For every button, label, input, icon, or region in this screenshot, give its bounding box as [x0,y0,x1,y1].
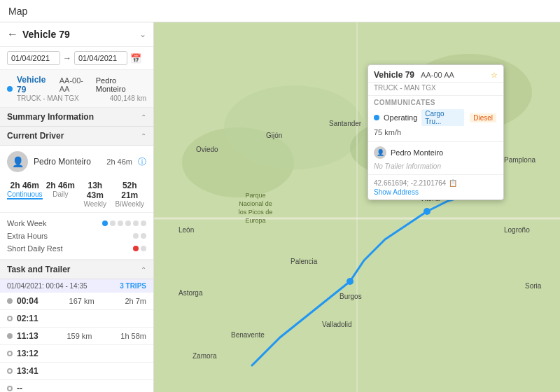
svg-text:Palencia: Palencia [290,258,318,265]
svg-text:Soria: Soria [525,282,542,290]
popup-coords: 42.661694; -2.2101764 📋 [368,177,503,188]
task-trailer-header[interactable]: Task and Trailer ⌃ [0,260,153,279]
svg-text:Zamora: Zamora [192,352,217,360]
trip-dur: 2h 7m [125,297,146,305]
trip-item-1: 02:11 [0,310,153,328]
driver-time: 2h 46m [106,158,132,166]
driver-avatar: 👤 [7,151,28,172]
svg-text:Logroño: Logroño [504,226,530,234]
popup-vehicle-type: TRUCK - MAN TGX [368,83,503,96]
popup-coords-text: 42.661694; -2.2101764 [374,179,446,187]
popup-status-row: Operating Cargo Tru... Diesel [368,108,503,127]
trip-item-5: -- [0,380,153,392]
toggles-section: Work Week Extra Hours [0,213,153,260]
summary-section-header[interactable]: Summary Information ⌃ [0,108,153,127]
task-trailer-label: Task and Trailer [7,265,71,274]
time-weekly: 13h 43m Weekly [78,181,111,208]
trip-dot-icon [7,386,13,391]
popup-driver-name: Pedro Monteiro [391,148,443,157]
task-date-label: 01/04/2021: 00:04 - 14:35 [7,282,88,290]
task-trailer-chevron-icon: ⌃ [141,266,146,274]
driver-info-icon[interactable]: ⓘ [138,156,146,168]
current-driver-section: Current Driver ⌃ 👤 Pedro Monteiro 2h 46m… [0,127,153,260]
dot2 [141,233,146,239]
date-arrow-icon: → [63,53,71,63]
trip-time: 13:41 [17,366,38,376]
trip-time: 02:11 [17,314,38,323]
map-area[interactable]: Oviedo Gijón Santander Bilbao Vitoria Pa… [154,22,560,392]
toggle-work-week: Work Week [7,217,146,230]
svg-point-9 [424,208,430,215]
main-area: ← Vehicle 79 ⌄ → 📅 Vehicle 79 AA-00-AA [0,22,560,392]
trip-item-0: 00:04 167 km 2h 7m [0,293,153,310]
svg-point-3 [224,85,364,169]
trip-dot-icon [7,298,13,304]
svg-text:Benavente: Benavente [231,331,265,339]
task-trailer-section: Task and Trailer ⌃ 01/04/2021: 00:04 - 1… [0,260,153,392]
svg-text:Europa: Europa [245,217,265,224]
popup-divider2 [368,174,503,175]
toggle-extra-hours: Extra Hours [7,230,146,242]
trip-time: 11:13 [17,331,38,341]
work-week-label: Work Week [7,219,46,227]
short-daily-rest-label: Short Daily Rest [7,244,62,253]
popup-plate: AA-00 AA [421,71,454,79]
popup-status-text: Operating [384,113,417,122]
svg-text:Santander: Santander [329,120,362,127]
summary-section-label: Summary Information [7,112,94,122]
vehicle-info-row: Vehicle 79 AA-00-AA Pedro Monteiro TRUCK… [0,70,153,108]
date-end-input[interactable] [74,51,127,65]
popup-no-trailer: No Trailer Information [368,161,503,172]
short-daily-rest-dots [133,246,146,251]
trip-time: 00:04 [17,296,38,306]
vehicle-driver: Pedro Monteiro [96,76,146,93]
left-panel: ← Vehicle 79 ⌄ → 📅 Vehicle 79 AA-00-AA [0,22,154,392]
dot6 [141,220,146,226]
svg-text:Oviedo: Oviedo [196,146,218,153]
dot1 [133,233,139,239]
work-week-dots [102,220,146,226]
show-address-link[interactable]: Show Address [368,188,503,200]
dot2 [110,220,115,226]
svg-text:León: León [178,226,194,234]
popup-driver-row: 👤 Pedro Monteiro [368,144,503,161]
trip-dot-icon [7,368,13,374]
time-continuous: 2h 46m Continuous [7,181,43,208]
copy-icon[interactable]: 📋 [449,179,457,187]
current-driver-header[interactable]: Current Driver ⌃ [0,127,153,146]
popup-speed: 75 km/h [368,127,503,139]
vehicle-status-dot [7,86,13,92]
task-date-row: 01/04/2021: 00:04 - 14:35 3 TRIPS [0,279,153,293]
svg-text:Gijón: Gijón [266,132,282,139]
task-trips-badge: 3 TRIPS [120,282,146,290]
vehicle-popup: Vehicle 79 AA-00 AA ☆ TRUCK - MAN TGX CO… [368,64,504,200]
back-arrow-icon[interactable]: ← [7,28,18,41]
vehicle-header: ← Vehicle 79 ⌄ [0,22,153,47]
svg-point-8 [346,278,354,285]
summary-chevron-icon: ⌃ [141,113,146,121]
times-grid: 2h 46m Continuous 2h 46m Daily 13h 43m W… [0,178,153,213]
trip-dot-icon [7,316,13,321]
calendar-icon[interactable]: 📅 [130,53,141,64]
toggle-short-daily-rest: Short Daily Rest [7,242,146,255]
vehicle-chevron-icon[interactable]: ⌄ [139,29,146,39]
date-start-input[interactable] [7,51,60,65]
dot4 [125,220,131,226]
dot1 [133,246,139,251]
vehicle-km: 400,148 km [110,94,146,102]
svg-text:Pamplona: Pamplona [504,156,536,164]
trip-dot-icon [7,351,13,356]
trip-item-4: 13:41 [0,363,153,380]
popup-communicates-label: COMMUNICATES [368,96,503,108]
trip-km: 159 km [66,332,92,340]
extra-hours-dots [133,233,146,239]
svg-text:Valladolid: Valladolid [322,321,352,328]
trip-item-2: 11:13 159 km 1h 58m [0,328,153,345]
current-driver-label: Current Driver [7,131,64,141]
trip-dot-icon [7,333,13,339]
popup-star-icon[interactable]: ☆ [491,71,498,80]
vehicle-header-left: ← Vehicle 79 [7,28,70,41]
popup-cargo-badge: Cargo Tru... [421,109,464,126]
dot2 [141,246,146,251]
trip-km: 167 km [69,297,94,305]
